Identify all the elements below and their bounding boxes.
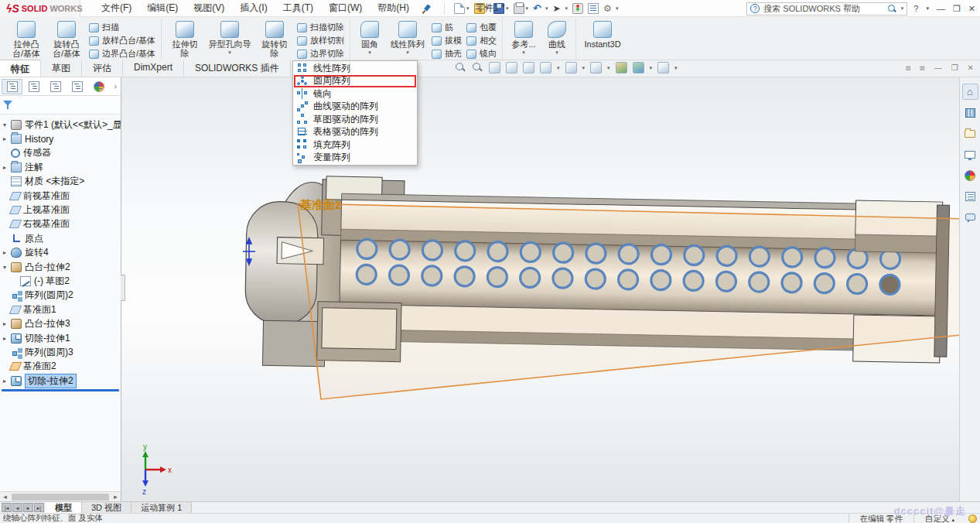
menu-item-variable-pattern[interactable]: 变量阵列 xyxy=(294,152,416,165)
tag-icon[interactable] xyxy=(968,514,977,523)
scrollbar-thumb[interactable] xyxy=(12,494,109,501)
forum-icon[interactable] xyxy=(962,209,978,225)
tree-item-circular-pattern2[interactable]: 阵列(圆周)2 xyxy=(0,289,121,303)
doc-prev-icon[interactable]: ⧈ xyxy=(906,63,910,73)
doc-restore-icon[interactable]: ❐ xyxy=(951,63,958,73)
curves-button[interactable]: 曲线▾ xyxy=(541,19,572,60)
instant3d-button[interactable]: Instant3D xyxy=(579,19,626,60)
draft-button[interactable]: 拔模 xyxy=(429,35,464,46)
new-document-button[interactable]: ▾ xyxy=(452,2,471,15)
menu-item-linear-pattern[interactable]: 线性阵列 xyxy=(294,62,416,75)
menu-edit[interactable]: 编辑(E) xyxy=(140,0,185,17)
display-style-icon[interactable] xyxy=(565,62,577,73)
custom-properties-icon[interactable] xyxy=(962,188,978,204)
select-button[interactable]: ➤▾ xyxy=(551,2,570,15)
reference-geometry-button[interactable]: 参考...▾ xyxy=(506,19,541,60)
minimize-button[interactable]: — xyxy=(937,4,945,13)
tab-configuration-manager[interactable] xyxy=(45,79,66,94)
tree-item-cut-extrude2-editing[interactable]: ▸切除-拉伸2 xyxy=(0,374,121,388)
tree-item-cut-extrude1[interactable]: ▸切除-拉伸1 xyxy=(0,331,121,345)
tab-dimxpert-manager[interactable] xyxy=(67,79,87,94)
mirror-button[interactable]: 镜向 xyxy=(464,48,499,60)
tree-item-front-plane[interactable]: 前视基准面 xyxy=(0,189,121,203)
tab-features[interactable]: 特征 xyxy=(0,60,41,77)
linear-pattern-button[interactable]: 线性阵列▾ xyxy=(386,19,429,60)
lofted-cut-button[interactable]: 放样切割 xyxy=(295,35,347,46)
intersect-button[interactable]: 相交 xyxy=(464,35,499,46)
panel-expand-arrow[interactable]: › xyxy=(114,82,119,91)
boundary-cut-button[interactable]: 边界切除 xyxy=(295,48,347,60)
extruded-boss-button[interactable]: 拉伸凸 台/基体 xyxy=(6,19,46,60)
rename-edit-field[interactable]: 切除-拉伸2 xyxy=(25,374,77,388)
scroll-left-arrow[interactable]: ◂ xyxy=(0,493,10,501)
close-button[interactable]: ✕ xyxy=(968,4,975,14)
swept-cut-button[interactable]: 扫描切除 xyxy=(295,22,347,33)
nav-prev-icon[interactable]: ◂ xyxy=(12,503,22,512)
pin-menu-icon[interactable] xyxy=(421,3,432,14)
rebuild-button[interactable] xyxy=(571,2,585,15)
revolved-cut-button[interactable]: 旋转切 除 xyxy=(254,19,295,60)
model-canvas[interactable]: 基准面2 y x z xyxy=(121,77,959,501)
tab-motion-study[interactable]: 运动算例 1 xyxy=(131,502,192,513)
zoom-area-icon[interactable] xyxy=(472,62,483,73)
lofted-boss-button[interactable]: 放样凸台/基体 xyxy=(87,35,158,46)
help-button[interactable]: ? xyxy=(913,4,918,13)
rollback-bar[interactable] xyxy=(2,389,119,391)
revolved-boss-button[interactable]: 旋转凸 台/基体 xyxy=(46,19,87,60)
tree-item-revolve4[interactable]: ▸旋转4 xyxy=(0,246,121,260)
tab-sketch[interactable]: 草图 xyxy=(41,60,82,77)
tree-horizontal-scrollbar[interactable]: ◂ ▸ xyxy=(0,491,121,501)
apply-scene-icon[interactable] xyxy=(633,62,644,73)
home-icon[interactable]: ⌂ xyxy=(962,84,978,100)
shell-button[interactable]: 抽壳 xyxy=(429,48,464,60)
tree-item-sketch2[interactable]: (-) 草图2 xyxy=(0,274,121,288)
view-orientation-icon[interactable] xyxy=(540,62,551,73)
menu-insert[interactable]: 插入(I) xyxy=(233,0,274,17)
section-view-icon[interactable] xyxy=(506,62,517,73)
swept-boss-button[interactable]: 扫描 xyxy=(87,22,158,33)
options-button[interactable]: ⚙▾ xyxy=(602,2,620,15)
reference-plane-datum2[interactable]: 基准面2 xyxy=(298,198,959,399)
appearances-icon[interactable] xyxy=(962,167,978,183)
tree-item-sensors[interactable]: 传感器 xyxy=(0,146,121,160)
doc-minimize-icon[interactable]: — xyxy=(934,63,942,73)
menu-view[interactable]: 视图(V) xyxy=(186,0,231,17)
edit-appearance-icon[interactable] xyxy=(616,62,627,73)
nav-last-icon[interactable]: ▸| xyxy=(34,503,44,512)
help-search-box[interactable]: ? 搜索 SOLIDWORKS 帮助 ▾ xyxy=(746,2,907,15)
tab-property-manager[interactable] xyxy=(23,79,44,94)
menu-window[interactable]: 窗口(W) xyxy=(322,0,369,17)
tab-feature-tree[interactable] xyxy=(2,79,22,94)
tab-3d-views[interactable]: 3D 视图 xyxy=(82,502,131,513)
menu-tools[interactable]: 工具(T) xyxy=(276,0,320,17)
menu-file[interactable]: 文件(F) xyxy=(94,0,138,17)
tree-item-plane1[interactable]: 基准面1 xyxy=(0,303,121,316)
menu-item-mirror[interactable]: 镜向 xyxy=(294,87,416,101)
tree-item-boss-extrude3[interactable]: ▸凸台-拉伸3 xyxy=(0,316,121,330)
file-explorer-icon[interactable] xyxy=(962,125,978,142)
graphics-area[interactable]: 基准面2 y x z xyxy=(121,77,959,501)
wrap-button[interactable]: 包覆 xyxy=(464,22,499,33)
help-dropdown-arrow[interactable]: ▾ xyxy=(926,5,929,12)
nav-first-icon[interactable]: |◂ xyxy=(2,503,12,512)
tree-item-top-plane[interactable]: 上视基准面 xyxy=(0,203,121,217)
tree-item-right-plane[interactable]: 右视基准面 xyxy=(0,217,121,231)
search-dropdown-arrow[interactable]: ▾ xyxy=(901,5,904,12)
tree-item-origin[interactable]: 原点 xyxy=(0,231,121,245)
fillet-button[interactable]: 圆角▾ xyxy=(353,19,386,60)
scroll-right-arrow[interactable]: ▸ xyxy=(111,493,121,501)
tab-addins[interactable]: SOLIDWORKS 插件 xyxy=(184,60,291,77)
previous-view-icon[interactable] xyxy=(489,62,500,73)
tab-display-manager[interactable] xyxy=(88,79,109,94)
menu-help[interactable]: 帮助(H) xyxy=(370,0,416,17)
tree-item-annotations[interactable]: ▸注解 xyxy=(0,160,121,174)
doc-close-icon[interactable]: ✕ xyxy=(968,63,974,73)
restore-button[interactable]: ❐ xyxy=(953,4,961,14)
zoom-fit-icon[interactable] xyxy=(455,62,466,73)
menu-item-table-driven-pattern[interactable]: 表格驱动的阵列 xyxy=(294,126,416,139)
tree-item-material[interactable]: 材质 <未指定> xyxy=(0,175,121,189)
menu-item-sketch-driven-pattern[interactable]: 草图驱动的阵列 xyxy=(294,113,416,126)
rib-button[interactable]: 筋 xyxy=(429,22,464,33)
filter-input[interactable] xyxy=(16,99,118,111)
doc-next-icon[interactable]: ⧈ xyxy=(920,63,924,73)
